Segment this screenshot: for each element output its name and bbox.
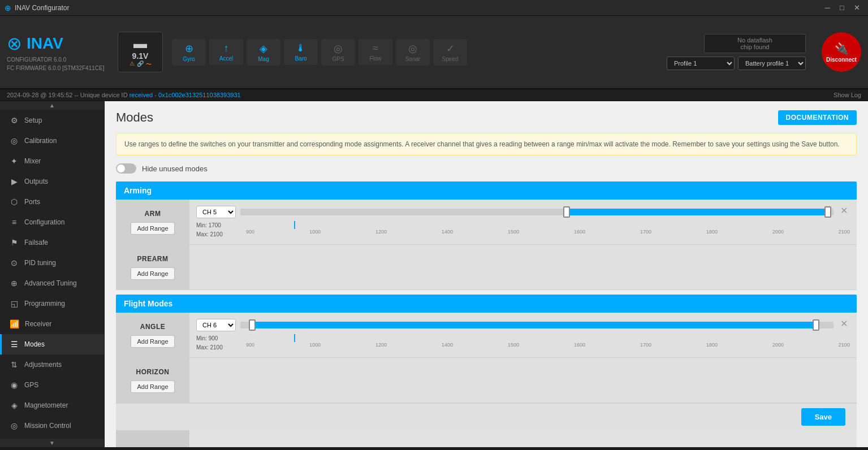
save-button[interactable]: Save — [801, 408, 845, 426]
main-layout: ▲ ⚙ Setup ◎ Calibration ✦ Mixer ▶ Output… — [0, 101, 868, 447]
angle-scale-container: 900 1000 1200 1400 1500 1600 1700 1800 2… — [246, 334, 850, 348]
configuration-label: Configuration — [24, 218, 64, 226]
sidebar-scroll-up[interactable]: ▲ — [0, 101, 104, 110]
sidebar-item-receiver[interactable]: 📶 Receiver — [0, 314, 104, 334]
magnetometer-label: Magnetometer — [24, 401, 68, 409]
sensor-area: ⊕ Gyro ↑ Accel ◈ Mag 🌡 Baro ◎ GPS ≈ Flow… — [172, 39, 467, 66]
sidebar-scroll-down[interactable]: ▼ — [0, 439, 104, 447]
arm-position-indicator — [294, 221, 295, 229]
adjustments-icon: ⇅ — [10, 360, 19, 369]
pid-tuning-label: PID tuning — [24, 259, 56, 267]
sidebar-item-calibration[interactable]: ◎ Calibration — [0, 131, 104, 151]
horizon-add-range-button[interactable]: Add Range — [131, 380, 174, 393]
arm-slider[interactable] — [240, 205, 834, 219]
prearm-add-range-button[interactable]: Add Range — [131, 267, 174, 280]
acro-content-col — [189, 430, 857, 447]
sensor-mag[interactable]: ◈ Mag — [247, 39, 280, 66]
angle-slider-handle-right[interactable] — [813, 319, 819, 331]
gyro-icon: ⊕ — [185, 42, 193, 55]
sidebar-item-gps[interactable]: ◉ GPS — [0, 375, 104, 395]
close-button[interactable]: ✕ — [850, 2, 863, 14]
baro-label: Baro — [295, 55, 306, 62]
arm-content-col: CH 5 CH 6 CH 7 CH 8 ✕ — [189, 200, 857, 244]
arm-slider-handle-left[interactable] — [563, 206, 570, 218]
angle-min-value: Min: 900 — [196, 334, 241, 343]
sensor-flow[interactable]: ≈ Flow — [359, 39, 392, 65]
hide-unused-toggle[interactable] — [116, 163, 136, 174]
arm-scale-container: 900 1000 1200 1400 1500 1600 1700 1800 2… — [246, 221, 850, 235]
sidebar-item-modes[interactable]: ☰ Modes — [0, 334, 104, 354]
arming-section-header: Arming — [116, 181, 857, 200]
adjustments-label: Adjustments — [24, 361, 62, 369]
gyro-label: Gyro — [183, 56, 195, 62]
received-label: received — [129, 92, 153, 98]
sidebar-item-failsafe[interactable]: ⚑ Failsafe — [0, 232, 104, 253]
angle-add-range-button[interactable]: Add Range — [131, 335, 174, 348]
sidebar-item-pid-tuning[interactable]: ⊙ PID tuning — [0, 253, 104, 273]
sensor-speed[interactable]: ✓ Speed — [433, 39, 467, 66]
magnetometer-icon: ◈ — [10, 401, 19, 410]
disconnect-button[interactable]: 🔌 Disconnect — [822, 32, 861, 72]
calibration-label: Calibration — [24, 137, 57, 145]
sidebar-item-advanced-tuning[interactable]: ⊕ Advanced Tuning — [0, 273, 104, 293]
sidebar-item-mission-control[interactable]: ◎ Mission Control — [0, 416, 104, 436]
horizon-content-col — [189, 358, 857, 403]
failsafe-label: Failsafe — [24, 239, 48, 246]
arm-slider-handle-right[interactable] — [824, 206, 831, 218]
angle-slider-handle-left[interactable] — [249, 319, 256, 331]
window-controls: ─ □ ✕ — [821, 2, 863, 14]
speed-label: Speed — [442, 56, 459, 62]
show-log-button[interactable]: Show Log — [834, 92, 861, 98]
setup-label: Setup — [24, 116, 42, 124]
maximize-button[interactable]: □ — [835, 2, 849, 14]
sidebar-item-magnetometer[interactable]: ◈ Magnetometer — [0, 395, 104, 416]
advanced-tuning-label: Advanced Tuning — [24, 279, 77, 287]
sonar-icon: ◎ — [408, 42, 417, 55]
arm-label: ARM — [145, 210, 161, 218]
device-id[interactable]: 0x1c002e3132511038393931 — [158, 92, 241, 98]
profile-select[interactable]: Profile 1 Profile 2 Profile 3 — [667, 57, 735, 70]
arm-mode-row: ARM Add Range CH 5 CH 6 CH 7 CH 8 — [116, 200, 857, 245]
gps-icon: ◎ — [334, 42, 343, 55]
sidebar-item-configuration[interactable]: ≡ Configuration — [0, 212, 104, 232]
mag-icon: ◈ — [260, 42, 267, 55]
horizon-label: HORIZON — [136, 368, 170, 376]
sensor-accel[interactable]: ↑ Accel — [209, 39, 243, 65]
statusbar: 2024-09-28 @ 19:45:52 -- Unique device I… — [0, 89, 868, 101]
sensor-gps[interactable]: ◎ GPS — [321, 39, 355, 66]
battery-voltage: 9.1V — [132, 51, 149, 60]
ports-label: Ports — [24, 198, 40, 206]
arm-add-range-button[interactable]: Add Range — [131, 222, 174, 235]
sidebar-item-mixer[interactable]: ✦ Mixer — [0, 151, 104, 171]
timestamp: 2024-09-28 @ 19:45:52 — [7, 92, 72, 98]
sensor-sonar[interactable]: ◎ Sonar — [396, 39, 430, 66]
arm-slider-track — [240, 209, 834, 215]
toggle-knob — [117, 165, 125, 172]
sensor-baro[interactable]: 🌡 Baro — [284, 39, 318, 65]
logo-text: INAV — [27, 34, 63, 53]
arm-min-value: Min: 1700 — [196, 221, 241, 230]
angle-slider[interactable] — [240, 318, 834, 332]
page-header: Modes DOCUMENTATION — [116, 110, 857, 125]
sensor-gyro[interactable]: ⊕ Gyro — [172, 39, 206, 66]
horizon-label-col: HORIZON Add Range — [116, 358, 189, 403]
warning-icon-1: ⚠ — [129, 60, 135, 68]
sidebar-item-adjustments[interactable]: ⇅ Adjustments — [0, 354, 104, 375]
angle-max-value: Max: 2100 — [196, 343, 241, 352]
documentation-button[interactable]: DOCUMENTATION — [778, 110, 857, 125]
arm-channel-select[interactable]: CH 5 CH 6 CH 7 CH 8 — [196, 206, 236, 218]
ports-icon: ⬡ — [10, 197, 19, 206]
sidebar-item-outputs[interactable]: ▶ Outputs — [0, 171, 104, 192]
battery-icon: ▬ — [133, 36, 147, 51]
sidebar-item-programming[interactable]: ◱ Programming — [0, 293, 104, 314]
angle-channel-select[interactable]: CH 6 CH 5 CH 7 CH 8 — [196, 319, 236, 331]
sidebar-item-setup[interactable]: ⚙ Setup — [0, 110, 104, 131]
hide-unused-label: Hide unused modes — [142, 165, 208, 173]
angle-range-row: CH 6 CH 5 CH 7 CH 8 ✕ — [196, 318, 850, 332]
arm-remove-button[interactable]: ✕ — [838, 205, 850, 216]
angle-remove-button[interactable]: ✕ — [838, 318, 850, 329]
minimize-button[interactable]: ─ — [821, 2, 834, 14]
battery-profile-select[interactable]: Battery profile 1 Battery profile 2 — [738, 57, 806, 70]
sidebar-item-ports[interactable]: ⬡ Ports — [0, 192, 104, 212]
arm-range-row: CH 5 CH 6 CH 7 CH 8 ✕ — [196, 205, 850, 219]
